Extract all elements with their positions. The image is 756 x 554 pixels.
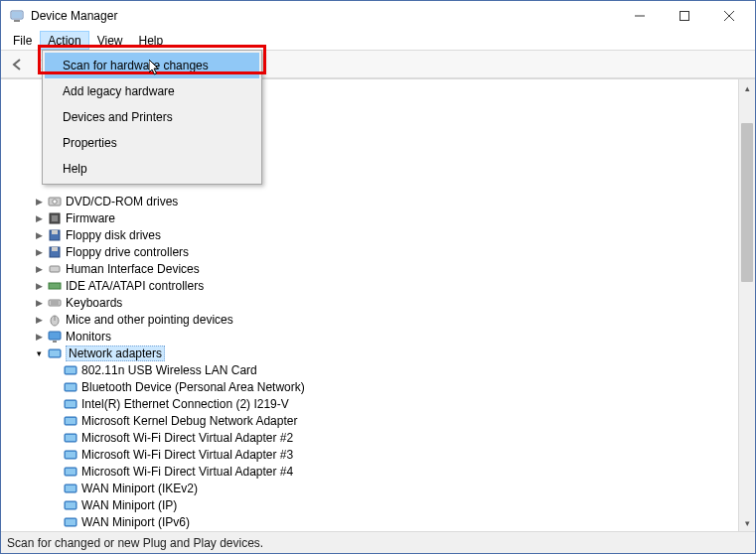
action-dropdown: Scan for hardware changes Add legacy har… xyxy=(42,50,262,185)
adapter-icon xyxy=(63,447,78,463)
svg-rect-12 xyxy=(52,230,58,234)
dropdown-properties[interactable]: Properties xyxy=(45,130,259,156)
tree-node-firmware[interactable]: ▶ Firmware xyxy=(5,209,737,226)
svg-rect-25 xyxy=(50,350,60,356)
svg-rect-31 xyxy=(66,401,76,407)
tree-node-wlan[interactable]: 802.11n USB Wireless LAN Card xyxy=(5,361,737,378)
adapter-icon xyxy=(63,497,78,513)
monitor-icon xyxy=(47,329,63,345)
tree-node-bt[interactable]: Bluetooth Device (Personal Area Network) xyxy=(5,378,737,395)
dropdown-scan-hardware[interactable]: Scan for hardware changes xyxy=(45,53,259,78)
dropdown-devices-printers[interactable]: Devices and Printers xyxy=(45,104,259,130)
window-title: Device Manager xyxy=(31,9,617,23)
tree-node-wan-ipv6[interactable]: WAN Miniport (IPv6) xyxy=(5,513,737,530)
scroll-thumb[interactable] xyxy=(741,123,753,282)
svg-rect-41 xyxy=(66,485,76,491)
chevron-right-icon[interactable]: ▶ xyxy=(33,230,45,240)
floppy-ctrl-icon xyxy=(47,244,63,260)
floppy-icon xyxy=(47,227,63,243)
adapter-icon xyxy=(63,430,78,446)
status-text: Scan for changed or new Plug and Play de… xyxy=(7,536,263,550)
chevron-right-icon[interactable]: ▶ xyxy=(33,213,45,223)
adapter-icon xyxy=(63,481,78,496)
tree-node-wifi3[interactable]: Microsoft Wi-Fi Direct Virtual Adapter #… xyxy=(5,446,737,463)
chevron-down-icon[interactable]: ▾ xyxy=(33,348,45,358)
svg-rect-4 xyxy=(680,12,688,21)
titlebar: Device Manager xyxy=(1,1,755,31)
tree-label: Microsoft Wi-Fi Direct Virtual Adapter #… xyxy=(81,431,293,445)
svg-rect-37 xyxy=(66,452,76,458)
close-button[interactable] xyxy=(706,2,751,30)
scroll-down-icon[interactable]: ▾ xyxy=(739,514,755,531)
adapter-icon xyxy=(63,362,78,378)
tree-node-wan-ike[interactable]: WAN Miniport (IKEv2) xyxy=(5,480,737,496)
tree-node-wifi2[interactable]: Microsoft Wi-Fi Direct Virtual Adapter #… xyxy=(5,429,737,446)
tree-label: Keyboards xyxy=(66,296,122,310)
dropdown-help[interactable]: Help xyxy=(45,156,259,182)
adapter-icon xyxy=(63,464,78,480)
tree-label: Monitors xyxy=(66,330,111,344)
svg-rect-10 xyxy=(52,215,58,221)
tree-node-floppy-disk[interactable]: ▶ Floppy disk drives xyxy=(5,226,737,243)
chevron-right-icon[interactable]: ▶ xyxy=(33,298,45,308)
tree-label: DVD/CD-ROM drives xyxy=(66,195,178,208)
chevron-right-icon[interactable]: ▶ xyxy=(33,332,45,342)
minimize-button[interactable] xyxy=(617,2,662,30)
tree-node-wan-ip[interactable]: WAN Miniport (IP) xyxy=(5,496,737,513)
tree-node-intel[interactable]: Intel(R) Ethernet Connection (2) I219-V xyxy=(5,395,737,412)
network-icon xyxy=(47,346,63,361)
firmware-icon xyxy=(47,210,63,226)
tree-label: Human Interface Devices xyxy=(66,262,200,276)
menu-help[interactable]: Help xyxy=(131,31,172,50)
tree-label: Floppy drive controllers xyxy=(66,245,189,259)
chevron-right-icon[interactable]: ▶ xyxy=(33,247,45,257)
hid-icon xyxy=(47,261,63,277)
adapter-icon xyxy=(63,379,78,395)
svg-rect-23 xyxy=(53,341,57,343)
tree-node-monitors[interactable]: ▶ Monitors xyxy=(5,328,737,345)
menu-view[interactable]: View xyxy=(89,31,131,50)
svg-rect-35 xyxy=(66,435,76,441)
tree-node-keyboards[interactable]: ▶ Keyboards xyxy=(5,294,737,311)
adapter-icon xyxy=(63,413,78,429)
svg-rect-1 xyxy=(12,12,22,18)
svg-rect-22 xyxy=(49,332,61,340)
tree-label: Microsoft Kernel Debug Network Adapter xyxy=(81,414,297,428)
svg-rect-27 xyxy=(66,367,76,373)
svg-rect-14 xyxy=(52,247,58,251)
chevron-right-icon[interactable]: ▶ xyxy=(33,264,45,274)
vertical-scrollbar[interactable]: ▴ ▾ xyxy=(738,79,755,531)
scroll-up-icon[interactable]: ▴ xyxy=(739,79,755,96)
adapter-icon xyxy=(63,514,78,530)
chevron-right-icon[interactable]: ▶ xyxy=(33,281,45,291)
tree-label: Intel(R) Ethernet Connection (2) I219-V xyxy=(81,397,289,411)
maximize-button[interactable] xyxy=(662,2,706,30)
ide-icon xyxy=(47,278,63,294)
tree-node-dvd[interactable]: ▶ DVD/CD-ROM drives xyxy=(5,193,737,209)
svg-rect-2 xyxy=(14,20,20,22)
menubar: File Action View Help xyxy=(1,31,755,51)
menu-file[interactable]: File xyxy=(5,31,40,50)
tree-label: Microsoft Wi-Fi Direct Virtual Adapter #… xyxy=(81,448,293,462)
tree-label: Network adapters xyxy=(66,346,165,361)
chevron-right-icon[interactable]: ▶ xyxy=(33,315,45,325)
tree-node-msdebug[interactable]: Microsoft Kernel Debug Network Adapter xyxy=(5,412,737,429)
chevron-right-icon[interactable]: ▶ xyxy=(33,197,45,207)
tree-node-mice[interactable]: ▶ Mice and other pointing devices xyxy=(5,311,737,328)
tree-label: Bluetooth Device (Personal Area Network) xyxy=(81,380,305,394)
dropdown-add-legacy[interactable]: Add legacy hardware xyxy=(45,78,259,104)
dvd-icon xyxy=(47,194,63,209)
tree-node-wifi4[interactable]: Microsoft Wi-Fi Direct Virtual Adapter #… xyxy=(5,463,737,480)
window-controls xyxy=(617,2,751,30)
tree-node-floppy-ctrl[interactable]: ▶ Floppy drive controllers xyxy=(5,243,737,260)
tree-label: WAN Miniport (IPv6) xyxy=(81,515,190,529)
tree-node-network[interactable]: ▾ Network adapters xyxy=(5,345,737,361)
menu-action[interactable]: Action xyxy=(40,31,88,50)
tree-node-ide[interactable]: ▶ IDE ATA/ATAPI controllers xyxy=(5,277,737,294)
svg-point-8 xyxy=(53,199,57,203)
app-icon xyxy=(9,8,25,24)
tree-label: 802.11n USB Wireless LAN Card xyxy=(81,363,257,377)
tree-label: Mice and other pointing devices xyxy=(66,313,233,327)
back-button[interactable] xyxy=(7,54,29,75)
tree-node-hid[interactable]: ▶ Human Interface Devices xyxy=(5,260,737,277)
